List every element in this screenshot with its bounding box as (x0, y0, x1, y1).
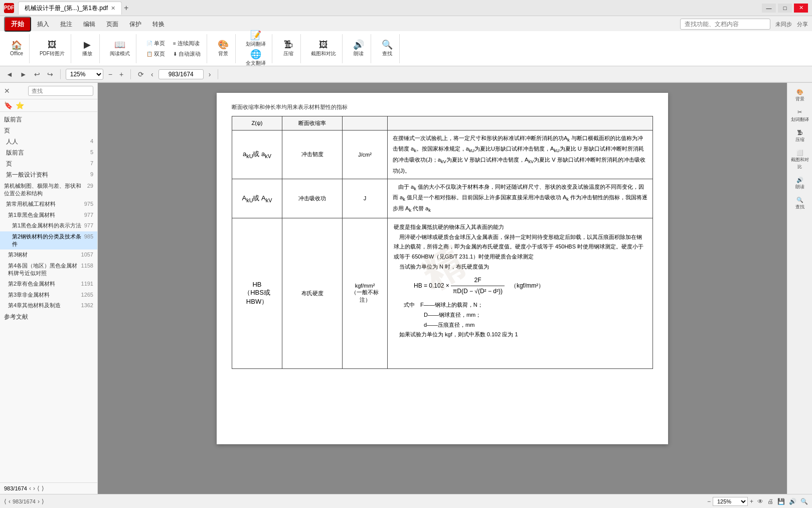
cell-unit-1: J/cm² (343, 130, 388, 179)
ribbon-group-office: 🏠 Office (4, 34, 30, 63)
start-tab-btn[interactable]: 开始 (4, 17, 31, 32)
undo-btn[interactable]: ↩ (32, 69, 42, 79)
ribbon-tabs: 开始 插入 批注 编辑 页面 保护 转换 未同步 分享 (0, 16, 812, 31)
col-header-unit (343, 116, 388, 130)
full-translate-btn[interactable]: 🌐 全文翻译 (244, 49, 268, 68)
toc-item[interactable]: 第1黑色金属材料的表示方法977 (0, 220, 97, 231)
cell-name-1: 冲击韧度 (282, 130, 343, 179)
tab-insert[interactable]: 插入 (32, 18, 54, 31)
right-toolbar: 🎨背景 ✂划词翻译 🗜压缩 ⬜截图和对比 🔊朗读 🔍查找 (787, 83, 812, 494)
maximize-btn[interactable]: □ (778, 4, 792, 13)
office-btn[interactable]: 🏠 Office (8, 40, 25, 57)
tab-page[interactable]: 页面 (101, 18, 123, 31)
forward-btn[interactable]: ► (18, 69, 29, 79)
read-mode-btn[interactable]: 📖 阅读模式 (108, 39, 132, 58)
double-page-btn[interactable]: 📋 双页 (144, 49, 167, 59)
toc-item[interactable]: 第常用机械工程材料975 (0, 199, 97, 209)
bottom-next-page-btn[interactable]: › (38, 498, 40, 505)
toc-item[interactable]: 第3章非金属材料1265 (0, 290, 97, 300)
rt-background-btn[interactable]: 🎨背景 (794, 87, 805, 104)
redo-btn[interactable]: ↪ (45, 69, 55, 79)
toc-item[interactable]: 版前言 (0, 114, 97, 125)
toc-item[interactable]: 版前言5 (0, 147, 97, 158)
toc-item[interactable]: 页7 (0, 158, 97, 169)
tab-convert[interactable]: 转换 (147, 18, 170, 31)
rt-read-btn[interactable]: 🔊朗读 (794, 175, 805, 192)
rt-translate-btn[interactable]: ✂划词翻译 (790, 107, 810, 124)
play-btn[interactable]: ▶ 播放 (79, 39, 95, 58)
ribbon-group-play: ▶ 播放 (75, 34, 100, 63)
toc-item[interactable]: 第机械制图、极限与差、形状和位置公差和结构29 (0, 181, 97, 199)
toc-item[interactable]: 第一般设计资料9 (0, 169, 97, 180)
single-page-btn[interactable]: 📄 单页 (144, 39, 167, 48)
tab-annotate[interactable]: 批注 (55, 18, 77, 31)
back-btn[interactable]: ◄ (4, 69, 15, 79)
toc-item[interactable]: 第4各国（地区）黑色金属材料牌号近似对照1158 (0, 261, 97, 279)
prev-page-nav-btn[interactable]: ‹ (149, 69, 155, 79)
continuous-read-btn[interactable]: ≡ 连续阅读 (171, 39, 203, 48)
bottom-first-page-btn[interactable]: ⟨ (4, 498, 7, 505)
new-tab-btn[interactable]: + (124, 4, 128, 13)
cell-name-3: 布氏硬度 (282, 218, 343, 368)
toc-item[interactable]: 第3钢材1057 (0, 249, 97, 260)
main-area: ✕ 🔖 ⭐ 版前言 页 人人4 版前言5 页7 第一般设计资料9 第机械制图、极… (0, 83, 812, 494)
toc-item[interactable]: 第4章其他材料及制造1362 (0, 300, 97, 311)
toc-item-active[interactable]: 第2钢铁材料的分类及技术条件985 (0, 231, 97, 250)
pdf-area[interactable]: 精 断面收缩率和伸长率均用来表示材料塑性的指标 Z(ψ) 断面收缩率 (98, 83, 787, 494)
find-btn[interactable]: 🔍 查找 (379, 39, 395, 58)
toc-item[interactable]: 页 (0, 125, 97, 136)
page-number-input[interactable] (158, 69, 204, 79)
sidebar-prev-btn[interactable]: ‹ (29, 485, 31, 492)
zoom-in-btn[interactable]: + (117, 69, 125, 79)
toc-item[interactable]: 第2章有色金属材料1191 (0, 279, 97, 289)
read-aloud-btn[interactable]: 🔊 朗读 (351, 39, 367, 58)
zoom-select[interactable]: 125% 100% 150% (66, 69, 103, 80)
sidebar-first-btn[interactable]: ⟨ (37, 485, 40, 492)
translate-btn[interactable]: 📝 划词翻译 (244, 30, 268, 49)
zoom-out-btn[interactable]: − (106, 69, 114, 79)
toc-item[interactable]: 参考文献 (0, 311, 97, 322)
next-page-nav-btn[interactable]: › (207, 69, 213, 79)
rt-find-btn[interactable]: 🔍查找 (794, 195, 805, 212)
tab-protect[interactable]: 保护 (124, 18, 146, 31)
rotate-btn[interactable]: ⟳ (136, 69, 146, 79)
auto-scroll-btn[interactable]: ⬇ 自动滚动 (171, 49, 203, 59)
minimize-btn[interactable]: — (762, 4, 776, 13)
favorite-icon[interactable]: ⭐ (16, 101, 24, 109)
toc-item[interactable]: 第1章黑色金属材料977 (0, 210, 97, 220)
background-btn[interactable]: 🎨 背景 (215, 39, 231, 58)
tab-edit[interactable]: 编辑 (78, 18, 100, 31)
tab-close-btn[interactable]: ✕ (111, 5, 115, 12)
bottom-find-btn[interactable]: 🔍 (800, 498, 808, 505)
share-label[interactable]: 分享 (797, 21, 808, 28)
rt-compress-btn[interactable]: 🗜压缩 (794, 128, 805, 145)
bottom-last-page-btn[interactable]: ⟩ (42, 498, 44, 505)
toc-item[interactable]: 人人4 (0, 136, 97, 147)
ribbon-group-view: 📄 单页 📋 双页 ≡ 连续阅读 ⬇ 自动滚动 (140, 34, 207, 63)
sidebar-close-btn[interactable]: ✕ (4, 87, 10, 95)
active-tab[interactable]: 机械设计手册_(第...)_第1卷.pdf ✕ (18, 2, 122, 15)
search-input[interactable] (680, 19, 770, 30)
bottom-eye-btn[interactable]: 👁 (757, 498, 763, 505)
col-header-symbol: Z(ψ) (232, 116, 282, 130)
bottom-print-btn[interactable]: 🖨 (767, 498, 773, 505)
titlebar: PDF 机械设计手册_(第...)_第1卷.pdf ✕ + — □ ✕ (0, 0, 812, 16)
bookmark-icon[interactable]: 🔖 (4, 101, 13, 109)
screenshot-btn[interactable]: 🖼 截图和对比 (309, 39, 338, 58)
bottom-save-btn[interactable]: 💾 (777, 498, 785, 505)
sync-label: 未同步 (775, 21, 792, 28)
pdf-to-img-btn[interactable]: 🖼 PDF转图片 (38, 39, 67, 58)
bottom-prev-page-btn[interactable]: ‹ (9, 498, 11, 505)
bottom-zoom-out-btn[interactable]: − (707, 498, 711, 505)
bottom-zoom-in-btn[interactable]: + (750, 498, 753, 505)
cell-symbol-2: AkU或 AkV (232, 179, 282, 218)
bottom-audio-btn[interactable]: 🔊 (789, 498, 796, 505)
bottom-zoom-select[interactable]: 125% 100% (713, 497, 748, 506)
sidebar-page-display: 983/1674 (4, 485, 27, 491)
rt-screenshot-btn[interactable]: ⬜截图和对比 (789, 148, 810, 172)
compress-btn[interactable]: 🗜 压缩 (280, 39, 296, 58)
sidebar-last-btn[interactable]: ⟩ (42, 485, 44, 492)
close-btn[interactable]: ✕ (794, 4, 808, 13)
sidebar-search-input[interactable] (28, 86, 93, 96)
sidebar-next-btn[interactable]: › (33, 485, 35, 492)
